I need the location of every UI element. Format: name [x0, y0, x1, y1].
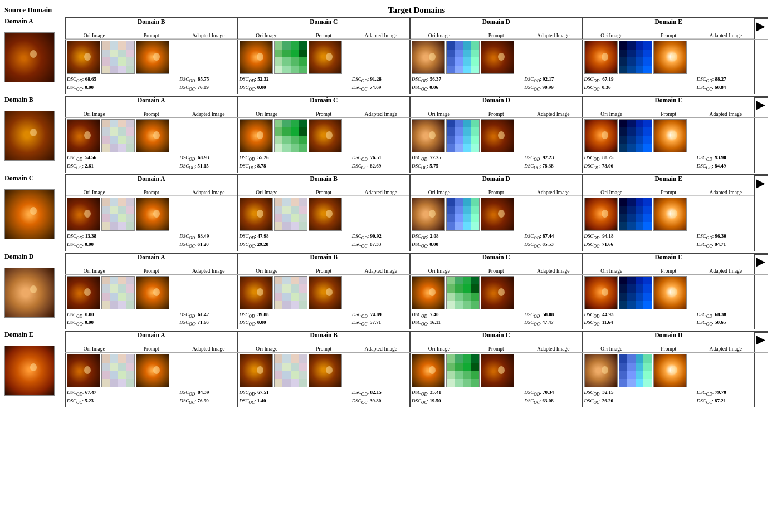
row-domain-e: Domain EDomain ADomain BDomain CDomain D…: [4, 331, 768, 407]
adapted-metrics: DSCOD: 92.17DSCOC: 90.99: [524, 76, 580, 92]
col-label: Prompt: [123, 33, 180, 39]
prompt-image: [101, 41, 135, 74]
col-label: Prompt: [640, 33, 697, 39]
images-row: [65, 196, 768, 232]
page-header: Source Domain Target Domains: [4, 6, 768, 15]
adapted-metrics: DSCOD: 76.51DSCOC: 62.69: [352, 154, 408, 171]
adapted-image: [653, 276, 687, 309]
col-label: Ori Image: [238, 111, 296, 117]
col-label: Adapted Image: [525, 190, 582, 196]
targets-panel: Domain ADomain BDomain CDomain D▶Ori Ima…: [65, 331, 768, 407]
domain-header-domain-b: Domain B: [65, 18, 237, 33]
images-row: [65, 353, 768, 388]
col-label: Ori Image: [66, 346, 123, 352]
ori-image: [240, 119, 273, 152]
ori-image: [412, 276, 445, 309]
src-metrics: DSCOD: 47.98DSCOC: 29.28: [240, 233, 296, 249]
domain-header-domain-d: Domain D: [409, 97, 582, 111]
ori-image: [584, 41, 618, 74]
col-label: Prompt: [468, 346, 525, 352]
col-label: Ori Image: [238, 33, 296, 39]
src-metrics: DSCOD: 54.56DSCOC: 2.61: [67, 154, 123, 171]
adapted-metrics: DSCOD: 74.89DSCOC: 57.71: [352, 311, 408, 328]
col-label: Ori Image: [583, 111, 641, 117]
ori-image: [412, 119, 445, 152]
col-label: Adapted Image: [353, 268, 410, 274]
src-metrics: DSCOD: 88.25DSCOC: 78.06: [584, 154, 641, 171]
src-metrics: DSCOD: 7.40DSCOC: 16.11: [412, 311, 468, 328]
row-domain-a: Domain ADomain BDomain CDomain DDomain E…: [4, 17, 768, 94]
col-label: Ori Image: [411, 190, 468, 196]
col-label: Ori Image: [583, 190, 641, 196]
col-label: Adapted Image: [180, 33, 237, 39]
col-label: Ori Image: [583, 268, 641, 274]
ori-image: [67, 276, 100, 309]
metrics-row: DSCOD: 13.38DSCOC: 0.00DSCOD: 83.49DSCOC…: [65, 232, 768, 251]
col-label: Adapted Image: [353, 190, 410, 196]
source-domain-title: Domain E: [4, 331, 63, 339]
source-domain-title: Domain C: [4, 174, 63, 183]
col-label: Ori Image: [66, 33, 123, 39]
adapted-image: [309, 41, 342, 74]
adapted-image: [481, 198, 514, 231]
ori-image: [67, 354, 100, 387]
col-label: Prompt: [640, 190, 697, 196]
source-domain-title: Domain A: [4, 17, 63, 26]
adapted-metrics: DSCOD: 84.39DSCOC: 76.99: [179, 389, 236, 406]
adapted-image: [481, 276, 514, 309]
adapted-metrics: DSCOD: 68.93DSCOC: 51.15: [179, 154, 236, 171]
src-metrics: DSCOD: 44.93DSCOC: 11.64: [584, 311, 641, 328]
domain-header-domain-b: Domain B: [237, 175, 410, 190]
domain-header-domain-e: Domain E: [582, 97, 756, 111]
adapted-image: [653, 198, 687, 231]
col-label: Ori Image: [583, 33, 641, 39]
col-header-row: Ori ImagePromptAdapted ImageOri ImagePro…: [65, 346, 768, 353]
row-arrow: ▶: [755, 175, 768, 190]
src-metrics: DSCOD: 32.15DSCOC: 26.20: [584, 389, 641, 406]
ori-image: [584, 119, 618, 152]
prompt-image: [274, 119, 307, 152]
src-metrics: DSCOD: 67.51DSCOC: 1.40: [240, 389, 296, 406]
domain-header-row: Domain ADomain BDomain CDomain E▶: [65, 253, 768, 268]
domain-header-domain-c: Domain C: [237, 18, 410, 33]
ori-image: [240, 354, 273, 387]
prompt-image: [101, 198, 135, 231]
page: Source Domain Target Domains Domain ADom…: [0, 0, 772, 415]
adapted-metrics: DSCOD: 93.90DSCOC: 84.49: [697, 154, 753, 171]
ori-image: [67, 119, 100, 152]
domain-header-domain-c: Domain C: [409, 332, 582, 346]
col-label: Prompt: [123, 268, 180, 274]
source-panel: Domain C: [4, 174, 65, 239]
ori-image: [412, 198, 445, 231]
col-header-row: Ori ImagePromptAdapted ImageOri ImagePro…: [65, 33, 768, 40]
col-label: Adapted Image: [525, 346, 582, 352]
ori-image: [67, 41, 100, 74]
adapted-image: [653, 119, 687, 152]
adapted-metrics: DSCOD: 70.34DSCOC: 63.08: [524, 389, 580, 406]
col-label: Ori Image: [411, 346, 468, 352]
src-metrics: DSCOD: 39.88DSCOC: 0.00: [240, 311, 296, 328]
source-panel: Domain A: [4, 17, 65, 82]
domain-header-domain-d: Domain D: [409, 18, 582, 33]
adapted-metrics: DSCOD: 88.27DSCOC: 60.84: [697, 76, 753, 92]
col-label: Prompt: [295, 33, 353, 39]
src-metrics: DSCOD: 68.65DSCOC: 0.00: [67, 76, 123, 92]
col-label: Adapted Image: [525, 111, 582, 117]
adapted-image: [136, 276, 169, 309]
source-domain-label: Source Domain: [4, 6, 66, 14]
adapted-image: [653, 41, 687, 74]
ori-image: [584, 198, 618, 231]
domain-header-domain-a: Domain A: [65, 175, 237, 190]
prompt-image: [274, 354, 307, 387]
targets-panel: Domain ADomain BDomain DDomain E▶Ori Ima…: [65, 174, 768, 251]
src-metrics: DSCOD: 35.41DSCOC: 19.50: [412, 389, 468, 406]
source-panel: Domain B: [4, 96, 65, 161]
adapted-image: [309, 198, 342, 231]
row-arrow: ▶: [755, 18, 768, 33]
prompt-image: [446, 276, 480, 309]
col-label: Prompt: [468, 33, 525, 39]
col-label: Ori Image: [411, 268, 468, 274]
src-metrics: DSCOD: 0.00DSCOC: 0.00: [67, 311, 123, 328]
src-metrics: DSCOD: 94.18DSCOC: 71.66: [584, 233, 641, 249]
col-label: Prompt: [295, 111, 353, 117]
